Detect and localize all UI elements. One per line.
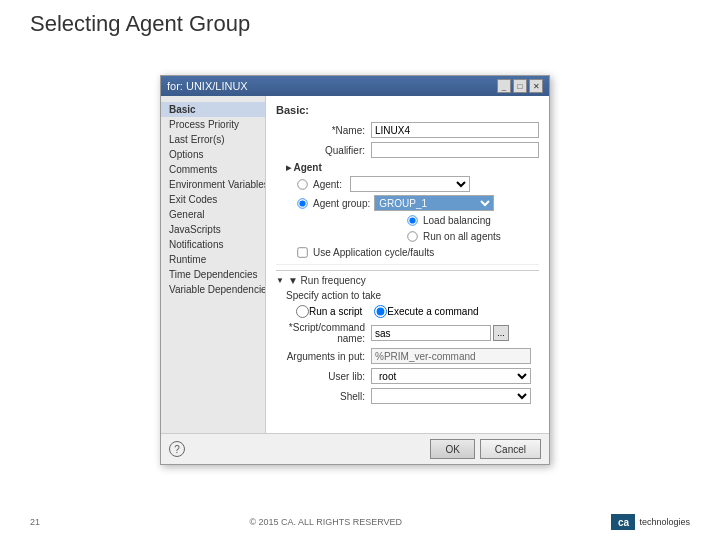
dialog-body: Basic Process Priority Last Error(s) Opt… — [161, 96, 549, 433]
run-all-agents-radio[interactable] — [407, 231, 417, 241]
close-button[interactable]: ✕ — [529, 79, 543, 93]
ok-button[interactable]: OK — [430, 439, 474, 459]
cancel-button[interactable]: Cancel — [480, 439, 541, 459]
main-content: Basic: *Name: Qualifier: ▸ Agent Agent: — [266, 96, 549, 433]
qualifier-input[interactable] — [371, 142, 539, 158]
user-lib-row: User lib: root — [276, 368, 539, 384]
specify-action-label: Specify action to take — [286, 290, 381, 301]
shell-label: Shell: — [276, 391, 371, 402]
basic-section-header: Basic: — [276, 104, 539, 116]
agent-radio[interactable] — [297, 179, 307, 189]
run-script-radio[interactable] — [296, 305, 309, 318]
qualifier-row: Qualifier: — [276, 142, 539, 158]
agent-section: ▸ Agent Agent: Agent group: GROUP_1 — [286, 162, 539, 259]
bottom-buttons: OK Cancel — [430, 439, 541, 459]
ca-logo: ca technologies — [611, 514, 690, 530]
load-balancing-row: Load balancing — [406, 214, 539, 227]
shell-select[interactable] — [371, 388, 531, 404]
sidebar-item-general[interactable]: General — [161, 207, 265, 222]
sidebar-item-env-vars[interactable]: Environment Variables — [161, 177, 265, 192]
load-balancing-label: Load balancing — [423, 215, 491, 226]
user-lib-label: User lib: — [276, 371, 371, 382]
titlebar-buttons: _ □ ✕ — [497, 79, 543, 93]
user-lib-select[interactable]: root — [371, 368, 531, 384]
dialog-titlebar: for: UNIX/LINUX _ □ ✕ — [161, 76, 549, 96]
agent-group-radio-row: Agent group: GROUP_1 — [296, 195, 539, 211]
dialog-window: for: UNIX/LINUX _ □ ✕ Basic Process Prio… — [160, 75, 550, 465]
execute-command-radio[interactable] — [374, 305, 387, 318]
load-balancing-radio[interactable] — [407, 215, 417, 225]
sidebar-item-notifications[interactable]: Notifications — [161, 237, 265, 252]
agent-radio-label: Agent: — [313, 179, 342, 190]
run-all-agents-row: Run on all agents — [406, 230, 539, 243]
sidebar-item-var-deps[interactable]: Variable Dependencies — [161, 282, 265, 297]
sidebar-item-time-deps[interactable]: Time Dependencies — [161, 267, 265, 282]
page-number: 21 — [30, 517, 40, 527]
use-application-label: Use Application cycle/faults — [313, 247, 434, 258]
use-application-checkbox[interactable] — [297, 247, 307, 257]
qualifier-label: Qualifier: — [276, 145, 371, 156]
run-script-label: Run a script — [309, 306, 362, 317]
execute-command-label: Execute a command — [387, 306, 478, 317]
minimize-button[interactable]: _ — [497, 79, 511, 93]
arguments-label: Arguments in put: — [276, 351, 371, 362]
sidebar-item-exit-codes[interactable]: Exit Codes — [161, 192, 265, 207]
bottom-left: ? — [169, 441, 185, 457]
dialog-title: for: UNIX/LINUX — [167, 80, 248, 92]
sidebar-item-options[interactable]: Options — [161, 147, 265, 162]
page-footer: 21 © 2015 CA. ALL RIGHTS RESERVED ca tec… — [30, 514, 690, 530]
page-title: Selecting Agent Group — [30, 11, 250, 37]
copyright-text: © 2015 CA. ALL RIGHTS RESERVED — [249, 517, 402, 527]
name-input[interactable] — [371, 122, 539, 138]
sidebar-item-last-errors[interactable]: Last Error(s) — [161, 132, 265, 147]
agent-group-select[interactable]: GROUP_1 — [374, 195, 494, 211]
name-row: *Name: — [276, 122, 539, 138]
sidebar-item-runtime[interactable]: Runtime — [161, 252, 265, 267]
maximize-button[interactable]: □ — [513, 79, 527, 93]
sidebar-item-javascripts[interactable]: JavaScripts — [161, 222, 265, 237]
arguments-row: Arguments in put: — [276, 348, 539, 364]
run-frequency-header[interactable]: ▼ Run frequency — [276, 275, 539, 286]
script-command-input[interactable] — [371, 325, 491, 341]
agent-group-radio[interactable] — [297, 198, 307, 208]
help-button[interactable]: ? — [169, 441, 185, 457]
sidebar-item-basic[interactable]: Basic — [161, 102, 265, 117]
arguments-input[interactable] — [371, 348, 531, 364]
agent-section-label: ▸ Agent — [286, 162, 539, 173]
sidebar-item-process-priority[interactable]: Process Priority — [161, 117, 265, 132]
sidebar-item-comments[interactable]: Comments — [161, 162, 265, 177]
script-command-row: *Script/command name: ... — [276, 322, 539, 344]
agent-group-radio-label: Agent group: — [313, 198, 370, 209]
agent-radio-row: Agent: — [296, 176, 539, 192]
action-row: Specify action to take — [286, 290, 539, 301]
ca-logo-box: ca — [611, 514, 635, 530]
use-application-row: Use Application cycle/faults — [296, 246, 539, 259]
script-command-label: *Script/command name: — [276, 322, 371, 344]
name-label: *Name: — [276, 125, 371, 136]
sidebar: Basic Process Priority Last Error(s) Opt… — [161, 96, 266, 433]
run-all-agents-label: Run on all agents — [423, 231, 501, 242]
run-frequency-section: ▼ Run frequency Specify action to take R… — [276, 270, 539, 404]
ca-logo-subtext: technologies — [639, 517, 690, 527]
browse-button[interactable]: ... — [493, 325, 509, 341]
agent-select[interactable] — [350, 176, 470, 192]
shell-row: Shell: — [276, 388, 539, 404]
dialog-bottom: ? OK Cancel — [161, 433, 549, 464]
